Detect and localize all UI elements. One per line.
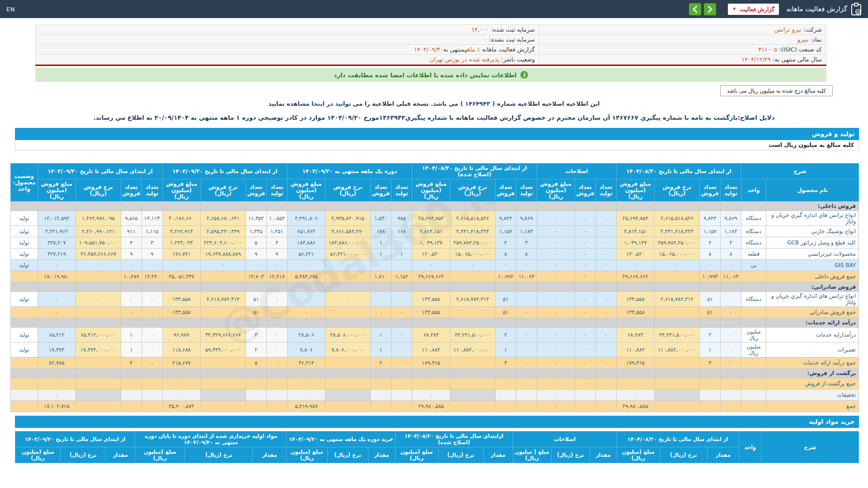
table-cell <box>654 307 699 318</box>
column-header: مقدار <box>590 447 617 463</box>
table-cell: ۰ <box>391 237 412 249</box>
table-cell: ۱۱۸,۶۸۸ <box>162 343 200 357</box>
table-cell: ۵۱ <box>495 292 516 307</box>
info-cell: گزارش فعالیت ماهانه ۱ ماههمنتهی به۱۴۰۴/۰… <box>36 45 539 55</box>
table-cell <box>450 271 495 282</box>
table-cell: ۰ <box>575 378 595 389</box>
table-cell <box>654 378 699 389</box>
table-cell: ۲۵۹,۷۸۴,۲۵۰,۰۰۰ <box>450 237 495 249</box>
table-cell: ۰ <box>720 260 741 271</box>
table-cell: ۳۵,۴۰۰,۵۷۲ <box>162 401 200 412</box>
table-cell: ۰ <box>595 307 616 318</box>
table-cell: ۰ <box>200 260 245 271</box>
table-cell: ۰ <box>325 260 370 271</box>
table-cell: ۰ <box>699 260 720 271</box>
table-cell: ۳۴,۲۴۱,۵۰۰,۰۰۰ <box>654 328 699 343</box>
table-cell: ۲ <box>245 343 266 357</box>
company-info-table: شرکت: نیرو ترانسسرمایه ثبت شده: ۱۴,۰۰۰نم… <box>35 24 826 65</box>
info-cell: کد صنعت (ISIC): ۳۱۱۰۰۵ <box>539 45 826 55</box>
previous-version-link[interactable]: اینجا <box>311 100 325 107</box>
table-cell: ۱۱۰,۸۸۲ <box>616 343 654 357</box>
table-cell: ۳ <box>699 357 720 369</box>
table-cell: ۰ <box>537 328 575 343</box>
table-row: انواع ترانس هاي اندازه گیري جریان و ولتا… <box>10 211 859 226</box>
info-row: سال مالی منتهی به: ۱۴۰۴/۱۲/۲۹وضعیت ناشر:… <box>36 55 826 65</box>
column-header: از ابتدای سال مالی تا تاریخ ۱۴۰۳/۰۹/۳۰ <box>15 432 135 447</box>
table-cell: ۱ <box>495 343 516 357</box>
table-row: جمع برگشت از فروش۰۰۰۰۰۰۰۰۰۰۰۰ <box>10 378 859 389</box>
table-cell: ۰ <box>142 307 162 318</box>
table-cell: ۰ <box>121 307 142 318</box>
table-cell: ۰ <box>162 378 200 389</box>
table-cell: ۲۵,۶۹۴,۸۵۴ <box>616 211 654 226</box>
table-cell: ۹۸۵ <box>391 211 412 226</box>
table-cell: ۹ <box>266 249 287 260</box>
table-cell: ۰ <box>720 292 741 307</box>
table-row: جمع۲۹,۹۸۰,۵۸۵۰۲۹,۹۸۰,۵۸۵۵,۴۱۹,۹۸۷۳۵,۴۰۰,… <box>10 401 859 412</box>
column-header: مواد اولیه خریداری شده از ابتدای دوره تا… <box>135 432 287 447</box>
table-cell: ۱۷۹,۳۶۵ <box>616 357 654 369</box>
table-cell: ۱۸۳,۸۸۶,۰۰۰,۰۰۰ <box>325 237 370 249</box>
column-header: تعداد فروش <box>699 179 720 202</box>
status-cell <box>10 401 38 412</box>
table-cell <box>200 307 245 318</box>
column-header: مبلغ ( میلیون ریال) <box>513 447 551 463</box>
column-header: مبلغ فروش (میلیون ریال) <box>38 179 75 202</box>
table-cell: ۱۷,۱۰۲,۷۶۵ <box>38 401 75 412</box>
table-cell: ۰ <box>391 307 412 318</box>
report-type-dropdown[interactable]: گزارش فعالیت ▼ <box>728 4 779 15</box>
table-cell: ۸۲,۷۸۵ <box>38 357 75 369</box>
table-cell <box>142 389 162 401</box>
previous-report-button[interactable] <box>689 3 701 15</box>
info-cell: سرمایه ثبت شده: ۱۴,۰۰۰ <box>36 25 539 35</box>
table-cell: ۰ <box>595 237 616 249</box>
table-cell: ۰ <box>370 307 391 318</box>
table-cell: ۰ <box>575 260 595 271</box>
table-cell: ۱۲۰,۵۲۰ <box>616 249 654 260</box>
table-cell: ۲,۵۹۵,۴۴۰,۴۴۹ <box>200 226 245 237</box>
table-cell: ۰ <box>575 328 595 343</box>
table-cell: ۲۹,۹۸۰,۵۸۵ <box>616 401 654 412</box>
table-cell: ۱۳۳,۵۵۸ <box>412 292 450 307</box>
table-cell: ۰ <box>616 260 654 271</box>
column-header: واحد <box>739 432 761 463</box>
table-cell <box>142 401 162 412</box>
table-cell: ۱۳۳,۵۵۸ <box>412 307 450 318</box>
table-cell: ۲ <box>699 328 720 343</box>
table-cell: ۳۵,۰۵۱,۳۳۷ <box>162 271 200 282</box>
table-cell: ۱۷۶,۷۴۱ <box>162 249 200 260</box>
table-cell <box>75 357 121 369</box>
next-report-button[interactable] <box>704 3 716 15</box>
table-cell: ۴,۴۹۱,۸۰۶ <box>287 211 325 226</box>
table-cell <box>450 307 495 318</box>
table-cell: ۱۰,۹۹۳ <box>699 271 720 282</box>
table-cell: ۹ <box>142 249 162 260</box>
column-header: تعداد تولید <box>595 179 616 202</box>
table-cell <box>245 389 266 401</box>
table-cell <box>200 271 245 282</box>
table-cell: ۲۹,۶۶۷,۶۶۲ <box>412 271 450 282</box>
table-cell: ۰ <box>266 328 287 343</box>
table-cell <box>266 378 287 389</box>
table-cell <box>75 378 121 389</box>
table-cell <box>325 307 370 318</box>
language-toggle-en[interactable]: EN <box>6 6 15 13</box>
clipboard-report-icon <box>851 3 862 15</box>
table-cell: ۰ <box>38 307 75 318</box>
table-cell: ۱,۲۲۳,۰۲۳ <box>162 237 200 249</box>
table-cell: ۱,۱۵۷ <box>699 226 720 237</box>
section-header-raw-materials: خرید مواد اولیه <box>15 416 859 428</box>
table-section-row: درآمد ارائه خدمات: <box>10 318 859 328</box>
table-cell: ۵۱ <box>699 307 720 318</box>
table-cell: ۰ <box>142 292 162 307</box>
table-cell: ۰ <box>287 260 325 271</box>
table-cell <box>245 401 266 412</box>
amounts-unit-note: کلیه مبالغ درج شده به میلیون ریال می باش… <box>720 85 833 96</box>
table-cell: ۰ <box>537 378 575 389</box>
table-cell: ۰ <box>266 357 287 369</box>
column-header: مبلغ فروش (میلیون ریال) <box>412 179 450 202</box>
info-row: کد صنعت (ISIC): ۳۱۱۰۰۵گزارش فعالیت ماهان… <box>36 45 826 55</box>
table-cell: ۰ <box>266 292 287 307</box>
column-header: نرخ فروش (ریال) <box>200 179 245 202</box>
table-cell: ۶۸,۴۸۳ <box>412 328 450 343</box>
